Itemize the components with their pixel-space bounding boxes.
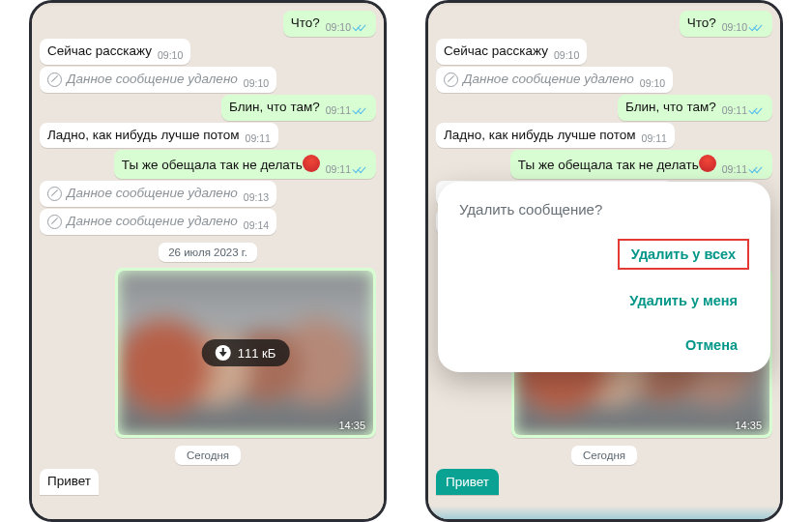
- read-ticks-icon: [749, 164, 765, 175]
- prohibited-icon: [47, 72, 62, 87]
- date-divider-today: Сегодня: [175, 446, 241, 465]
- message-text: Ты же обещала так не делать: [122, 158, 303, 172]
- message-time: 09:14: [244, 219, 269, 232]
- message-time: 09:10: [722, 21, 747, 34]
- deleted-text: Данное сообщение удалено: [463, 72, 634, 88]
- message-selected[interactable]: Привет: [436, 469, 499, 495]
- read-ticks-icon: [353, 22, 368, 33]
- date-divider: 26 июля 2023 г.: [159, 243, 257, 262]
- prohibited-icon: [47, 215, 62, 229]
- delete-for-me-button[interactable]: Удалить у меня: [618, 287, 749, 314]
- message-time: 09:11: [642, 132, 667, 145]
- chat-pane[interactable]: Что? 09:10 Сейчас расскажу 09:10 Данное …: [32, 3, 384, 519]
- message-text: Ладно, как нибудь лучше потом: [444, 128, 636, 144]
- message-time: 09:10: [640, 77, 665, 90]
- angry-face-icon: [303, 155, 320, 172]
- message-text: Блин, что там?: [229, 100, 320, 116]
- message-text: Привет: [47, 474, 91, 490]
- message-in[interactable]: Ладно, как нибудь лучше потом 09:11: [40, 123, 278, 149]
- image-message[interactable]: 111 кБ 14:35: [115, 268, 376, 438]
- message-time: 09:11: [722, 163, 747, 176]
- prohibited-icon: [47, 187, 62, 201]
- message-time: 09:10: [158, 49, 183, 62]
- message-text: Блин, что там?: [625, 100, 716, 116]
- message-text: Ладно, как нибудь лучше потом: [47, 128, 240, 144]
- message-time: 09:11: [326, 104, 351, 117]
- message-out[interactable]: Ты же обещала так не делать 09:11: [114, 150, 376, 179]
- message-time: 09:11: [722, 104, 747, 117]
- message-deleted[interactable]: Данное сообщение удалено 09:10: [40, 67, 276, 93]
- message-deleted[interactable]: Данное сообщение удалено 09:14: [40, 209, 276, 235]
- message-out[interactable]: Что? 09:10: [283, 11, 376, 37]
- image-time: 14:35: [338, 420, 365, 431]
- file-size: 111 кБ: [238, 346, 276, 361]
- message-text: Что?: [291, 15, 320, 32]
- prohibited-icon: [444, 72, 458, 87]
- message-text: Сейчас расскажу: [444, 44, 548, 60]
- cancel-button[interactable]: Отмена: [674, 332, 749, 359]
- message-in[interactable]: Привет: [40, 469, 99, 495]
- message-time: 09:11: [246, 132, 271, 145]
- message-in[interactable]: Сейчас расскажу 09:10: [436, 39, 587, 65]
- deleted-text: Данное сообщение удалено: [67, 186, 238, 202]
- dialog-title: Удалить сообщение?: [459, 201, 749, 218]
- message-out[interactable]: Что? 09:10: [680, 11, 772, 37]
- message-time: 09:13: [244, 191, 269, 204]
- message-text: Привет: [446, 475, 489, 489]
- message-time: 09:10: [554, 49, 579, 62]
- read-ticks-icon: [749, 105, 765, 116]
- message-out[interactable]: Ты же обещала так не делать 09:11: [510, 150, 772, 179]
- download-icon: [216, 345, 231, 361]
- message-out[interactable]: Блин, что там? 09:11: [618, 95, 772, 121]
- download-button[interactable]: 111 кБ: [202, 339, 290, 366]
- message-in[interactable]: Сейчас расскажу 09:10: [40, 39, 190, 65]
- read-ticks-icon: [749, 22, 765, 33]
- message-time: 09:11: [326, 163, 351, 176]
- phone-right: Что? 09:10 Сейчас расскажу 09:10 Данное …: [425, 0, 783, 522]
- message-out[interactable]: Блин, что там? 09:11: [221, 95, 376, 121]
- message-text: Ты же обещала так не делать: [518, 158, 699, 172]
- message-in[interactable]: Ладно, как нибудь лучше потом 09:11: [436, 123, 675, 149]
- message-text: Что?: [687, 15, 716, 32]
- delete-for-everyone-button[interactable]: Удалить у всех: [618, 239, 749, 270]
- image-time: 14:35: [735, 420, 762, 431]
- message-deleted[interactable]: Данное сообщение удалено 09:10: [436, 67, 673, 93]
- message-text: Сейчас расскажу: [47, 44, 152, 60]
- read-ticks-icon: [353, 105, 368, 116]
- angry-face-icon: [699, 155, 716, 172]
- message-deleted[interactable]: Данное сообщение удалено 09:13: [40, 181, 276, 207]
- deleted-text: Данное сообщение удалено: [67, 214, 238, 230]
- phone-left: Что? 09:10 Сейчас расскажу 09:10 Данное …: [29, 0, 387, 522]
- selection-glow: [428, 506, 780, 519]
- deleted-text: Данное сообщение удалено: [67, 72, 238, 88]
- date-divider-today: Сегодня: [571, 446, 637, 465]
- message-time: 09:10: [244, 77, 269, 90]
- message-time: 09:10: [326, 21, 351, 34]
- read-ticks-icon: [353, 164, 368, 175]
- delete-dialog: Удалить сообщение? Удалить у всех Удалит…: [438, 182, 770, 372]
